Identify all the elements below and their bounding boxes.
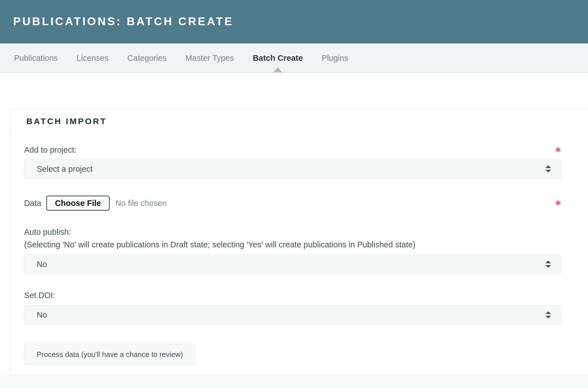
tab-batch-create[interactable]: Batch Create: [253, 44, 303, 72]
tab-label: Publications: [14, 54, 58, 63]
add-to-project-label: Add to project:: [24, 145, 76, 155]
tab-publications[interactable]: Publications: [14, 44, 58, 72]
tab-label: Master Types: [185, 54, 234, 63]
batch-import-panel: BATCH IMPORT Add to project: ✱ Select a …: [10, 108, 588, 375]
select-updown-icon: [545, 165, 551, 173]
auto-publish-select-value: No: [37, 260, 545, 269]
page-header: PUBLICATIONS: BATCH CREATE: [0, 0, 588, 43]
panel-title: BATCH IMPORT: [26, 117, 578, 126]
panel-header: BATCH IMPORT: [10, 109, 588, 133]
auto-publish-help-text: (Selecting 'No' will create publications…: [24, 240, 561, 249]
project-select-value: Select a project: [37, 164, 545, 174]
file-chosen-status: No file chosen: [115, 199, 167, 208]
set-doi-label: Set DOI:: [24, 291, 561, 300]
set-doi-section: Set DOI: No: [24, 291, 561, 325]
tab-label: Categories: [127, 54, 167, 63]
data-file-row: Data Choose File No file chosen ✱: [24, 196, 561, 211]
tab-label: Plugins: [322, 54, 348, 63]
tab-categories[interactable]: Categories: [127, 44, 167, 72]
tab-master-types[interactable]: Master Types: [185, 44, 234, 72]
select-updown-icon: [545, 260, 551, 268]
page-title: PUBLICATIONS: BATCH CREATE: [13, 15, 234, 28]
main-content: BATCH IMPORT Add to project: ✱ Select a …: [0, 108, 588, 388]
project-select[interactable]: Select a project: [24, 159, 561, 179]
panel-body: Add to project: ✱ Select a project Data …: [10, 133, 588, 375]
tab-label: Licenses: [76, 54, 108, 63]
set-doi-select[interactable]: No: [24, 305, 561, 325]
set-doi-select-value: No: [37, 310, 545, 320]
tab-licenses[interactable]: Licenses: [76, 44, 108, 72]
process-data-button[interactable]: Process data (you'll have a chance to re…: [24, 344, 195, 365]
add-to-project-label-row: Add to project: ✱: [24, 145, 561, 155]
tab-plugins[interactable]: Plugins: [322, 44, 348, 72]
auto-publish-select[interactable]: No: [24, 254, 561, 274]
data-label: Data: [24, 199, 41, 208]
auto-publish-section: Auto publish: (Selecting 'No' will creat…: [24, 227, 561, 274]
auto-publish-label: Auto publish:: [24, 227, 561, 237]
select-updown-icon: [545, 311, 551, 319]
required-asterisk: ✱: [555, 145, 561, 154]
main-nav: Publications Licenses Categories Master …: [0, 43, 588, 73]
page-bottom-background: [0, 375, 588, 388]
choose-file-button[interactable]: Choose File: [46, 196, 109, 211]
required-asterisk: ✱: [555, 199, 561, 208]
active-tab-indicator-icon: [273, 67, 282, 73]
tab-label: Batch Create: [253, 54, 303, 63]
